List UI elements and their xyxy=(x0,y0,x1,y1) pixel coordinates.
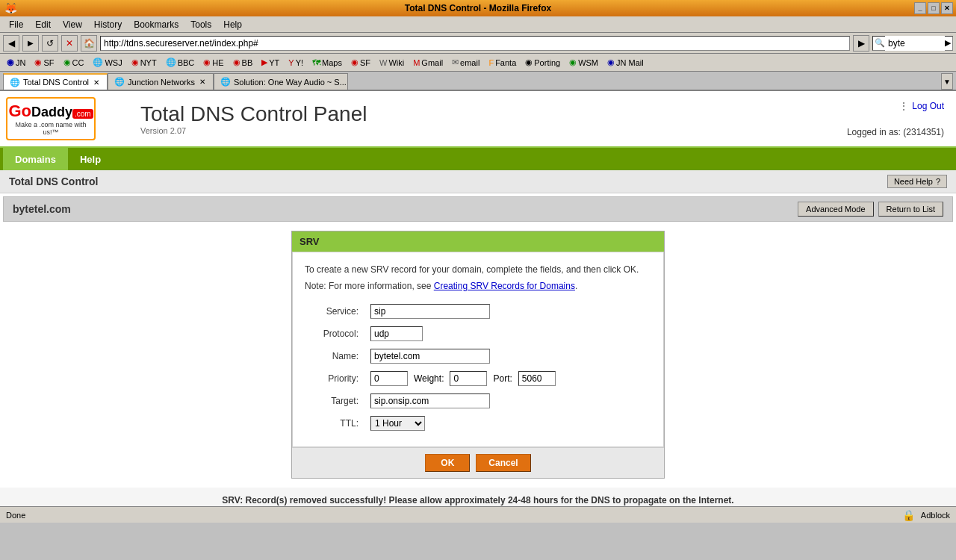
tab-solution[interactable]: 🌐 Solution: One Way Audio ~ S... ✕ xyxy=(214,73,348,90)
port-label: Port: xyxy=(493,373,512,384)
bookmark-cc[interactable]: ◉CC xyxy=(60,56,88,69)
tab-dns-label: Total DNS Control xyxy=(23,78,89,87)
search-input[interactable] xyxy=(885,36,945,51)
success-message: SRV: Record(s) removed successfully! Ple… xyxy=(0,488,956,506)
bookmark-email[interactable]: ✉email xyxy=(448,56,483,69)
bookmark-he[interactable]: ◉HE xyxy=(199,56,227,69)
address-input[interactable] xyxy=(100,36,850,51)
close-button[interactable]: ✕ xyxy=(941,2,953,14)
forward-button[interactable]: ▶ xyxy=(22,35,39,52)
need-help-button[interactable]: Need Help ? xyxy=(887,175,947,188)
bbc-icon: 🌐 xyxy=(166,57,176,67)
bookmark-wsm[interactable]: ◉WSM xyxy=(565,56,602,69)
minimize-button[interactable]: _ xyxy=(914,2,926,14)
port-input[interactable] xyxy=(518,371,556,386)
note-text: Note: For more information, see xyxy=(305,281,431,291)
weight-label: Weight: xyxy=(414,373,444,384)
bookmark-bbc[interactable]: 🌐BBC xyxy=(162,56,199,69)
jnmail-icon: ◉ xyxy=(607,57,615,67)
dialog-body: To create a new SRV record for your doma… xyxy=(292,252,664,447)
dialog-footer: OK Cancel xyxy=(292,447,664,478)
search-submit-icon[interactable]: ▶ xyxy=(945,38,951,48)
bookmark-nyt[interactable]: ◉NYT xyxy=(128,56,161,69)
bookmark-yahoo[interactable]: YY! xyxy=(285,57,307,69)
target-label: Target: xyxy=(305,390,364,412)
stop-button[interactable]: ✕ xyxy=(61,35,78,52)
tab-dns-control[interactable]: 🌐 Total DNS Control ✕ xyxy=(3,73,108,90)
bookmark-jnmail[interactable]: ◉JN Mail xyxy=(603,56,648,69)
name-input[interactable] xyxy=(370,349,490,364)
email-icon: ✉ xyxy=(452,57,459,67)
ok-button[interactable]: OK xyxy=(425,454,470,472)
reload-button[interactable]: ↺ xyxy=(42,35,58,52)
statusbar: Done 🔒 Adblock xyxy=(0,506,956,523)
logo-tagline: Make a .com name with us!™ xyxy=(10,121,91,136)
target-input[interactable] xyxy=(370,393,490,408)
menu-file[interactable]: File xyxy=(3,18,29,31)
sf2-icon: ◉ xyxy=(351,57,358,67)
menu-view[interactable]: View xyxy=(57,18,88,31)
porting-icon: ◉ xyxy=(525,57,533,67)
bookmark-gmail[interactable]: MGmail xyxy=(409,57,447,69)
menu-help[interactable]: Help xyxy=(217,18,248,31)
menu-edit[interactable]: Edit xyxy=(29,18,57,31)
creating-srv-link[interactable]: Creating SRV Records for Domains xyxy=(434,281,575,291)
bookmark-maps[interactable]: 🗺Maps xyxy=(308,57,346,69)
service-row: Service: xyxy=(305,300,651,323)
bookmarks-bar: ◉JN ◉SF ◉CC 🌐WSJ ◉NYT 🌐BBC ◉HE ◉BB ▶YT Y… xyxy=(0,54,956,72)
priority-input[interactable] xyxy=(370,371,408,386)
nav-help[interactable]: Help xyxy=(68,148,113,170)
he-icon: ◉ xyxy=(203,57,211,67)
dialog-title: SRV xyxy=(292,231,664,252)
security-icon: 🔒 xyxy=(902,509,915,521)
bookmark-sf2[interactable]: ◉SF xyxy=(347,56,374,69)
maps-icon: 🗺 xyxy=(312,58,320,67)
tab-junction[interactable]: 🌐 Junction Networks ✕ xyxy=(108,73,214,90)
back-button[interactable]: ◀ xyxy=(3,35,19,52)
weight-input[interactable] xyxy=(450,371,487,386)
adblock-label: Adblock xyxy=(921,511,950,520)
domain-bar: bytetel.com Advanced Mode Return to List xyxy=(3,196,953,222)
tabbar: 🌐 Total DNS Control ✕ 🌐 Junction Network… xyxy=(0,72,956,91)
bookmark-sf[interactable]: ◉SF xyxy=(31,56,58,69)
protocol-input[interactable] xyxy=(370,326,423,341)
priority-fields: Weight: Port: xyxy=(370,371,645,386)
bookmark-wiki[interactable]: WWiki xyxy=(376,57,408,69)
wsj-icon: 🌐 xyxy=(93,57,103,67)
window-title: Total DNS Control - Mozilla Firefox xyxy=(405,3,551,13)
help-btn-label: Need Help xyxy=(894,177,933,186)
bookmark-fanta[interactable]: FFanta xyxy=(485,57,520,69)
tab-dropdown[interactable]: ▼ xyxy=(941,73,953,90)
fanta-icon: F xyxy=(488,58,494,67)
page-header: Go Daddy .com Make a .com name with us!™… xyxy=(0,91,956,148)
service-input[interactable] xyxy=(370,304,490,319)
bookmark-yt[interactable]: ▶YT xyxy=(258,56,283,69)
ttl-select[interactable]: 1/2 Hour 1 Hour 2 Hours 5 Hours 12 Hours… xyxy=(370,416,425,431)
advanced-mode-button[interactable]: Advanced Mode xyxy=(798,202,874,217)
bookmark-wsj[interactable]: 🌐WSJ xyxy=(89,56,125,69)
bookmark-jn[interactable]: ◉JN xyxy=(3,56,29,69)
logout-link[interactable]: Log Out xyxy=(912,101,944,111)
wsm-icon: ◉ xyxy=(569,57,577,67)
status-right: 🔒 Adblock xyxy=(902,509,950,521)
name-row: Name: xyxy=(305,345,651,367)
home-button[interactable]: 🏠 xyxy=(81,35,97,52)
cancel-button[interactable]: Cancel xyxy=(476,454,530,472)
return-to-list-button[interactable]: Return to List xyxy=(878,202,943,217)
help-icon: ? xyxy=(936,177,940,186)
firefox-icon: 🦊 xyxy=(4,2,17,14)
menu-history[interactable]: History xyxy=(88,18,128,31)
go-button[interactable]: ▶ xyxy=(853,35,869,52)
bookmark-bb[interactable]: ◉BB xyxy=(229,56,257,69)
nav-domains[interactable]: Domains xyxy=(3,148,68,170)
nyt-icon: ◉ xyxy=(131,57,139,67)
menu-bookmarks[interactable]: Bookmarks xyxy=(128,18,184,31)
bookmark-porting[interactable]: ◉Porting xyxy=(521,56,564,69)
dialog-note: Note: For more information, see Creating… xyxy=(305,281,651,291)
tab-dns-close[interactable]: ✕ xyxy=(92,78,101,87)
maximize-button[interactable]: □ xyxy=(928,2,940,14)
logo-daddy: Daddy xyxy=(31,105,72,120)
tab-junction-close[interactable]: ✕ xyxy=(198,78,207,87)
menu-tools[interactable]: Tools xyxy=(184,18,217,31)
protocol-label: Protocol: xyxy=(305,323,364,345)
